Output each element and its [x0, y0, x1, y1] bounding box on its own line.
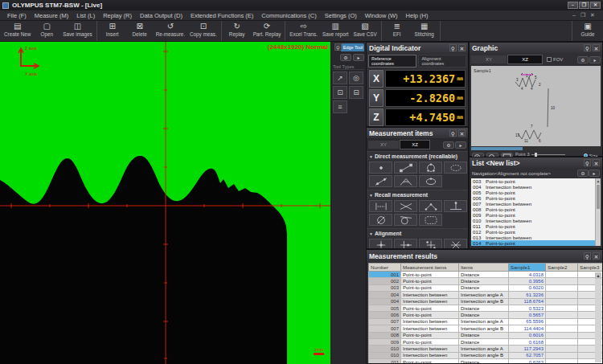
mdi-window-controls[interactable]: – ❐ ✕	[572, 12, 600, 18]
gear-icon[interactable]: ⚙	[577, 56, 589, 63]
axis-label-z[interactable]: Z	[369, 108, 384, 126]
menu-replay-r[interactable]: Replay (R)	[99, 12, 136, 19]
toolbar-button-re-measure[interactable]: ↺Re-measure.	[154, 21, 187, 41]
point-size-slider[interactable]	[531, 154, 565, 155]
menu-data-output-d[interactable]: Data Output (D)	[136, 12, 187, 19]
menu-list-l[interactable]: List (L)	[72, 12, 99, 19]
result-number[interactable]: 004	[369, 298, 401, 305]
gear-icon[interactable]: ⚙	[577, 170, 589, 177]
list-scrollbar[interactable]: ▲	[595, 178, 601, 246]
toolbar-button-open[interactable]: ▢Open	[33, 21, 60, 41]
axis-label-x[interactable]: X	[369, 70, 384, 88]
list-item-009[interactable]: 009Point-to-point	[471, 212, 601, 218]
result-number[interactable]: 009	[369, 338, 401, 345]
menu-file-f[interactable]: File (F)	[3, 12, 31, 19]
list-item-003[interactable]: 003Point-to-point	[471, 178, 601, 184]
column-header-sample2[interactable]: Sample2	[546, 264, 578, 272]
pin-icon[interactable]: ⚲	[334, 43, 342, 51]
restore-button[interactable]: ❐	[579, 2, 589, 9]
graphic-tab-xz[interactable]: XZ	[507, 55, 543, 64]
toolbar-button-save-csv[interactable]: ▧Save CSV	[351, 21, 379, 41]
pin-icon[interactable]: ⚲	[584, 44, 591, 51]
list-item-005[interactable]: 005Point-to-point	[471, 190, 601, 195]
measure-tool-ellipse-open[interactable]	[419, 175, 442, 187]
menu-window-w[interactable]: Window (W)	[361, 12, 402, 19]
measure-tool-axis-points[interactable]	[419, 239, 442, 249]
measure-tool-line[interactable]	[394, 162, 417, 174]
result-row-011[interactable]: 011Point-to-pointDistance0.6263	[369, 359, 603, 364]
measure-tool-tangent-circle[interactable]	[394, 214, 417, 226]
result-row-009[interactable]: 009Point-to-pointDistance0.6168	[369, 338, 603, 345]
result-row-004[interactable]: 004Intersection betweenIntersection angl…	[369, 292, 603, 298]
result-number[interactable]: 011	[369, 359, 401, 364]
result-number[interactable]: 008	[369, 332, 401, 338]
result-number[interactable]: 002	[369, 278, 401, 284]
toolbar-button-stitching[interactable]: ▦Stitching	[411, 21, 438, 41]
result-row-001[interactable]: 001Point-to-pointDistance4.0318	[369, 272, 603, 278]
di-tab-reference-coordinates[interactable]: Reference coordinates	[368, 55, 416, 67]
toolbar-button-efi[interactable]: ≣EFI	[384, 21, 411, 41]
result-number[interactable]: 007	[369, 325, 401, 332]
items-tab-xz[interactable]: XZ	[400, 140, 430, 149]
result-row-010[interactable]: 010Intersection betweenIntersection angl…	[369, 352, 603, 358]
list-item-013[interactable]: 013Intersection between	[471, 235, 601, 240]
result-number[interactable]: 005	[369, 305, 401, 311]
toolbar-button-partial-replay[interactable]: ⟳Part. Replay	[251, 21, 284, 41]
measure-tool-angle-3pt[interactable]	[419, 200, 442, 212]
close-icon[interactable]: ✕	[593, 44, 600, 51]
list-item-014[interactable]: 014Point-to-point	[471, 240, 601, 246]
measure-tool-angle[interactable]	[394, 175, 417, 187]
measure-tool-axis-star[interactable]	[444, 239, 467, 249]
result-row-010[interactable]: 010Intersection betweenIntersection angl…	[369, 346, 603, 352]
result-row-007[interactable]: 007Intersection betweenIntersection angl…	[369, 318, 603, 325]
list-item-010[interactable]: 010Intersection between	[471, 218, 601, 223]
result-row-007[interactable]: 007Intersection betweenIntersection angl…	[369, 325, 603, 332]
column-header-sample3[interactable]: Sample3	[578, 264, 603, 272]
measure-tool-point[interactable]	[369, 162, 392, 174]
scroll-thumb[interactable]	[597, 185, 600, 209]
list-item-004[interactable]: 004Intersection between	[471, 184, 601, 190]
gear-icon[interactable]: ⚙	[340, 54, 351, 61]
rect-scan-tool[interactable]: ⊟	[349, 86, 363, 99]
expand-arrow-icon[interactable]: ▸	[455, 141, 466, 149]
column-header-sample1[interactable]: Sample1	[509, 264, 546, 272]
close-icon[interactable]: ✕	[593, 252, 600, 260]
pin-icon[interactable]: ⚲	[584, 159, 591, 166]
arrow-tool[interactable]: ↗	[333, 72, 347, 84]
gear-icon[interactable]: ⚙	[443, 141, 454, 149]
graphic-hscrollbar[interactable]	[471, 147, 601, 150]
di-tab-alignment-coordinates[interactable]: Alignment coordinates	[418, 55, 466, 67]
scroll-up-icon[interactable]: ▲	[595, 272, 601, 279]
menu-communications-c[interactable]: Communications (C)	[257, 12, 320, 19]
section-header-alignment[interactable]: ▼Alignment	[367, 228, 468, 238]
measure-tool-ellipse[interactable]	[444, 162, 467, 174]
section-header-recall-measurement[interactable]: ▼Recall measurement	[367, 190, 468, 199]
measure-tool-angle-lines[interactable]	[394, 200, 417, 212]
list-item-008[interactable]: 008Point-to-point	[471, 207, 601, 212]
measure-tool-line-seg[interactable]	[369, 175, 392, 187]
toolbar-button-create-new[interactable]: ▤Create New	[2, 21, 33, 41]
expand-arrow-icon[interactable]: ▸	[353, 54, 364, 61]
toolbar-button-delete[interactable]: ⊠Delete	[126, 21, 154, 41]
close-button[interactable]: ✕	[590, 2, 601, 9]
result-row-008[interactable]: 008Point-to-pointDistance0.6016	[369, 332, 603, 338]
result-number[interactable]: 004	[369, 292, 401, 298]
menu-measure-m[interactable]: Measure (M)	[31, 12, 73, 19]
result-number[interactable]: 001	[369, 272, 401, 278]
close-icon[interactable]: ✕	[458, 44, 466, 51]
result-row-004[interactable]: 004Intersection betweenIntersection angl…	[369, 298, 603, 305]
list-item-012[interactable]: 012Point-to-point	[471, 229, 601, 235]
graphic-tab-xy[interactable]: XY	[471, 55, 507, 63]
result-row-002[interactable]: 002Point-to-pointDistance0.3956	[369, 278, 603, 284]
result-number[interactable]: 006	[369, 312, 401, 318]
toolbar-button-replay[interactable]: ↻Replay	[224, 21, 251, 41]
edge-tool-tab[interactable]: Edge Tool	[341, 43, 364, 51]
column-header-items[interactable]: Items	[459, 264, 509, 272]
toolbar-button-save-report[interactable]: ▥Save report	[320, 21, 351, 41]
pin-icon[interactable]: ⚲	[449, 44, 457, 51]
measure-tool-contour[interactable]	[419, 214, 442, 226]
result-number[interactable]: 007	[369, 318, 401, 325]
pin-icon[interactable]: ⚲	[449, 129, 457, 137]
measure-tool-axis-origin[interactable]	[369, 239, 392, 249]
toolbar-button-guide[interactable]: ▣Guide	[574, 21, 601, 41]
